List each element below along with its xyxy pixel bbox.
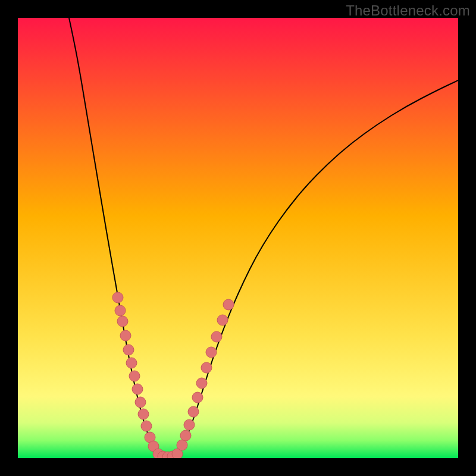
bottleneck-chart-svg [18,18,458,458]
data-marker [120,330,131,341]
data-marker [188,406,199,417]
data-marker [177,440,187,450]
data-marker [201,362,212,373]
data-marker [184,419,195,430]
data-marker [180,430,191,441]
plot-area [18,18,458,458]
data-marker [135,397,146,408]
data-marker [126,358,137,368]
data-marker [132,384,143,394]
data-marker [206,347,217,358]
watermark-text: TheBottleneck.com [346,2,470,19]
data-marker [138,409,149,419]
data-marker [223,299,234,310]
data-marker [217,315,228,325]
data-marker [129,371,140,381]
data-marker [192,392,203,403]
data-marker [112,292,123,303]
data-marker [141,421,152,431]
data-marker [211,331,222,342]
data-marker [123,345,134,355]
data-marker [115,305,126,316]
data-marker [117,316,128,327]
gradient-background [18,18,458,458]
data-marker [196,378,207,389]
chart-frame: TheBottleneck.com [0,0,476,476]
